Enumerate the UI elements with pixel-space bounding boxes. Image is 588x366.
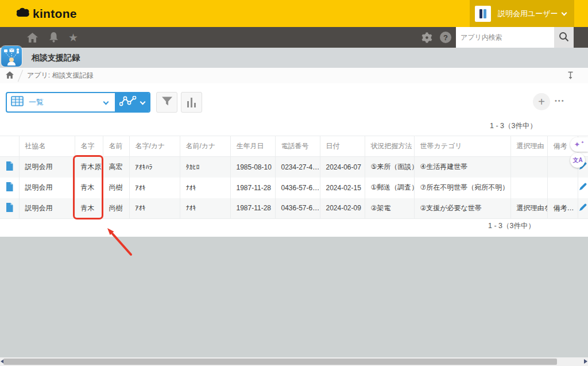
column-header[interactable]: 選択理由 — [510, 136, 547, 157]
breadcrumb-app-link[interactable]: アプリ: 相談支援記録 — [27, 71, 94, 80]
graph-view-button[interactable] — [115, 93, 149, 111]
translate-button[interactable]: 文A — [570, 153, 585, 168]
column-header[interactable]: 名字/カナ — [129, 136, 180, 157]
table-cell: 青木 — [75, 178, 103, 198]
column-header[interactable]: 状況把握方法 — [365, 136, 414, 157]
gear-icon[interactable] — [420, 32, 432, 44]
page-background — [0, 237, 588, 357]
table-cell: 青木 — [75, 198, 103, 219]
table-cell: ④生活再建世帯 — [414, 157, 510, 178]
help-icon[interactable]: ? — [440, 32, 451, 43]
global-navbar: ★ ? — [0, 27, 588, 48]
view-selected-label: 一覧 — [29, 97, 44, 107]
column-header[interactable]: 電話番号 — [275, 136, 320, 157]
breadcrumb: アプリ: 相談支援記録 — [0, 68, 588, 83]
table-cell — [547, 178, 578, 198]
table-body: 説明会用青木原高宏ｱｵｷﾊﾗﾀｶﾋﾛ1985-08-100234-27-4…20… — [0, 157, 588, 219]
column-header[interactable]: 日付 — [320, 136, 365, 157]
bar-chart-icon — [187, 98, 196, 107]
chart-button[interactable] — [181, 92, 202, 113]
table-cell: ⑦所在不明世帯（宛所不明） — [414, 178, 510, 198]
table-cell — [510, 178, 547, 198]
column-header[interactable]: 社協名 — [19, 136, 75, 157]
record-table: 社協名名字名前名字/カナ名前/カナ生年月日電話番号日付状況把握方法世帯カテゴリ選… — [0, 136, 588, 219]
more-options-button[interactable]: ••• — [555, 97, 565, 104]
table-cell: 0436-57-6… — [275, 178, 320, 198]
kintone-logo-text: kintone — [33, 7, 77, 21]
table-view-icon — [11, 96, 24, 109]
hamburger-menu-icon[interactable] — [5, 33, 18, 43]
table-cell: 説明会用 — [19, 198, 75, 219]
navbar-right: ? — [420, 27, 588, 48]
table-cell: 2024-02-09 — [320, 198, 365, 219]
ai-sparkle-button[interactable]: ✦ ✦ — [570, 137, 588, 152]
table-cell: 1987-11-28 — [230, 198, 275, 219]
scrollbar-thumb[interactable] — [3, 359, 557, 365]
column-header[interactable]: 世帯カテゴリ — [414, 136, 510, 157]
table-cell: ①郵送（調査） — [365, 178, 414, 198]
header-row: 社協名名字名前名字/カナ名前/カナ生年月日電話番号日付状況把握方法世帯カテゴリ選… — [0, 136, 588, 157]
table-cell: 2024-02-15 — [320, 178, 365, 198]
table-cell: 高宏 — [103, 157, 129, 178]
chevron-down-icon — [140, 99, 146, 105]
kintone-cloud-icon — [16, 7, 30, 20]
breadcrumb-home-icon[interactable] — [6, 71, 14, 80]
table-cell: 0436-57-6… — [275, 198, 320, 219]
column-header[interactable]: 生年月日 — [230, 136, 275, 157]
user-avatar — [475, 6, 491, 22]
table-cell: 備考… — [547, 198, 578, 219]
record-open-icon[interactable] — [0, 198, 19, 219]
pin-icon[interactable] — [567, 71, 574, 82]
translate-icon: 文A — [572, 156, 582, 164]
horizontal-scrollbar[interactable] — [0, 357, 588, 366]
table-row: 説明会用青木原高宏ｱｵｷﾊﾗﾀｶﾋﾛ1985-08-100234-27-4…20… — [0, 157, 588, 178]
table-cell: ｱｵｷﾊﾗ — [129, 157, 180, 178]
table-cell: ⑤来所（面談） — [365, 157, 414, 178]
sparkle-small-icon: ✦ — [581, 140, 585, 144]
app-title: 相談支援記録 — [32, 53, 80, 63]
view-dropdown[interactable]: 一覧 — [7, 93, 115, 111]
table-cell: 説明会用 — [19, 157, 75, 178]
app-search-input[interactable] — [456, 27, 554, 48]
search-icon — [559, 32, 569, 44]
table-cell: ②支援が必要な世帯 — [414, 198, 510, 219]
graph-icon — [119, 96, 137, 109]
app-icon — [1, 46, 22, 67]
favorites-star-icon[interactable]: ★ — [68, 32, 78, 43]
column-header[interactable]: 名前 — [103, 136, 129, 157]
record-open-icon[interactable] — [0, 178, 19, 198]
notifications-bell-icon[interactable] — [49, 32, 59, 43]
main-content: 一覧 + ••• 1 - 3（3件中） 社協名名字名前名字/カナ名前/カナ生年月… — [0, 83, 588, 237]
table-cell: ﾅｵｷ — [180, 198, 230, 219]
edit-record-button[interactable] — [578, 198, 588, 219]
search-button[interactable] — [554, 27, 574, 48]
table-cell: 1985-08-10 — [230, 157, 275, 178]
view-selector: 一覧 — [6, 92, 150, 113]
table-row: 説明会用青木尚樹ｱｵｷﾅｵｷ1987-11-280436-57-6…2024-0… — [0, 178, 588, 198]
record-range-top: 1 - 3（3件中） — [490, 121, 537, 131]
home-icon[interactable] — [27, 33, 38, 43]
record-open-icon[interactable] — [0, 157, 19, 178]
sparkle-icon: ✦ — [574, 141, 581, 148]
topbar: kintone 説明会用ユーザー — [0, 0, 588, 27]
chevron-down-icon — [562, 10, 567, 16]
table-row: 説明会用青木尚樹ｱｵｷﾅｵｷ1987-11-280436-57-6…2024-0… — [0, 198, 588, 219]
table-cell: 尚樹 — [103, 198, 129, 219]
edit-record-button[interactable] — [578, 178, 588, 198]
scroll-right-arrow[interactable] — [584, 359, 587, 364]
column-header-icon — [0, 136, 19, 157]
table-cell: 選択理由を… — [510, 198, 547, 219]
table-cell: 尚樹 — [103, 178, 129, 198]
column-header[interactable]: 名前/カナ — [180, 136, 230, 157]
table-cell: ｱｵｷ — [129, 178, 180, 198]
user-name: 説明会用ユーザー — [498, 9, 558, 19]
column-header[interactable]: 名字 — [75, 136, 103, 157]
table-cell: ﾀｶﾋﾛ — [180, 157, 230, 178]
filter-button[interactable] — [156, 92, 177, 113]
record-range-bottom: 1 - 3（3件中） — [488, 221, 535, 231]
table-cell: 1987-11-28 — [230, 178, 275, 198]
table-cell — [510, 157, 547, 178]
user-menu[interactable]: 説明会用ユーザー — [470, 0, 574, 27]
add-record-button[interactable]: + — [533, 93, 550, 110]
kintone-logo[interactable]: kintone — [16, 7, 77, 21]
